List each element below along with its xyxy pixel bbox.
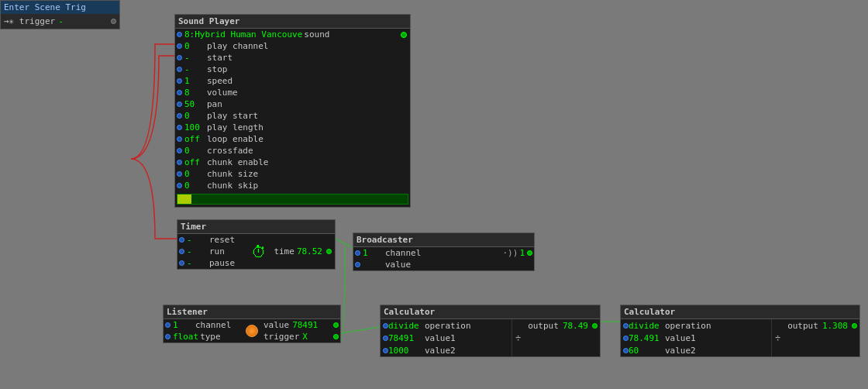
calc2-output-row: output 1.308 <box>786 321 857 331</box>
calc2-divide-icon: ÷ <box>775 332 780 343</box>
calc1-lbl-val1: value1 <box>423 333 457 343</box>
timer-lbl-run: run <box>208 246 226 256</box>
calc2-val2-port[interactable] <box>623 348 629 353</box>
sp-val-sound: 8:Hybrid Human Vancouve <box>182 29 302 40</box>
calc1-body: divide operation 78491 value1 1000 value… <box>381 319 600 356</box>
broadcaster-row-value: value <box>353 259 534 270</box>
timer-val-reset: - <box>184 235 208 245</box>
broadcaster-lbl-channel: channel <box>384 248 422 258</box>
calc1-lbl-val2: value2 <box>423 346 457 356</box>
progress-fill <box>177 194 191 204</box>
sp-in-loopenable-port[interactable] <box>177 136 182 142</box>
timer-pause-port[interactable] <box>179 260 184 266</box>
listener-trigger-out-port[interactable] <box>333 334 339 339</box>
sp-val-chunksize: 0 <box>182 169 205 179</box>
enter-scene-title: Enter Scene Trig <box>1 1 119 14</box>
sp-lbl-playstart: play start <box>205 111 260 121</box>
sp-in-start-port[interactable] <box>177 55 182 60</box>
listener-lbl-value-out: value <box>262 320 291 330</box>
timer-time-row: time 78.52 <box>274 246 332 256</box>
timer-row-pause: - pause <box>177 257 247 269</box>
sp-val-speed: 1 <box>182 76 205 86</box>
calc1-divide-icon: ÷ <box>515 332 521 343</box>
sp-lbl-speed: speed <box>205 76 234 86</box>
broadcaster-lbl-value: value <box>384 260 412 270</box>
sp-lbl-playchannel: play channel <box>205 41 270 51</box>
sp-row-loopenable: off loop enable <box>175 133 410 145</box>
broadcaster-out-value: 1 <box>519 248 525 258</box>
calc2-val-op: divide <box>629 321 663 331</box>
calc1-op-port[interactable] <box>383 323 388 329</box>
listener-channel-port[interactable] <box>165 322 170 328</box>
sp-in-crossfade-port[interactable] <box>177 148 182 153</box>
sp-in-speed-port[interactable] <box>177 78 182 84</box>
listener-row-type: float type <box>164 331 243 343</box>
calc2-body: divide operation 78.491 value1 60 value2… <box>621 319 859 356</box>
listener-type-port[interactable] <box>165 334 170 339</box>
timer-lbl-reset: reset <box>208 235 236 245</box>
calc2-val-val1: 78.491 <box>629 333 663 343</box>
sp-val-playstart: 0 <box>182 111 205 121</box>
timer-val-run: - <box>184 246 208 256</box>
sp-lbl-volume: volume <box>205 88 239 98</box>
calc1-lbl-op: operation <box>423 321 473 331</box>
calc2-op-port[interactable] <box>623 323 629 329</box>
calc1-output-value: 78.49 <box>563 321 588 331</box>
listener-icon-area <box>243 319 260 343</box>
sp-in-volume-port[interactable] <box>177 90 182 95</box>
calc2-title: Calculator <box>621 305 859 319</box>
timer-output: time 78.52 <box>270 234 335 269</box>
timer-run-port[interactable] <box>179 249 184 254</box>
sp-in-sound-port[interactable] <box>177 32 182 37</box>
broadcaster-val-channel: 1 <box>360 248 384 258</box>
enter-scene-trigger-out-port[interactable] <box>111 19 116 24</box>
broadcaster-out-port[interactable] <box>527 250 532 256</box>
sp-in-playstart-port[interactable] <box>177 113 182 119</box>
calc1-val2-port[interactable] <box>383 348 388 353</box>
calc2-lbl-op: operation <box>663 321 713 331</box>
sp-in-playlength-port[interactable] <box>177 125 182 130</box>
sp-out-sound-port[interactable] <box>401 32 407 38</box>
sp-in-playchannel-port[interactable] <box>177 43 182 49</box>
listener-lbl-type: type <box>198 332 222 342</box>
calc2-row-op: divide operation <box>621 319 771 332</box>
sp-row-playchannel: 0 play channel <box>175 40 410 52</box>
broadcaster-value-port[interactable] <box>355 262 360 267</box>
timer-row-reset: - reset <box>177 234 247 246</box>
sp-in-pan-port[interactable] <box>177 102 182 107</box>
timer-row-run: - run <box>177 246 247 257</box>
timer-time-out-port[interactable] <box>326 249 332 254</box>
listener-row-value-out: value 78491 <box>260 319 340 331</box>
enter-scene-node: Enter Scene Trig →✳ trigger - <box>0 0 120 29</box>
broadcaster-title: Broadcaster <box>353 233 534 247</box>
sp-val-volume: 8 <box>182 88 205 98</box>
sp-in-chunksize-port[interactable] <box>177 171 182 177</box>
listener-outputs: value 78491 trigger X <box>260 319 340 343</box>
listener-value-out-port[interactable] <box>333 322 339 328</box>
calc1-output-port[interactable] <box>592 323 598 329</box>
sp-lbl-chunkskip: chunk skip <box>205 181 260 191</box>
calc1-op-symbol-area: ÷ <box>512 319 524 356</box>
sp-lbl-loopenable: loop enable <box>205 134 265 144</box>
calc2-output-port[interactable] <box>852 323 857 329</box>
calc2-lbl-val1: value1 <box>663 333 698 343</box>
sp-row-pan: 50 pan <box>175 98 410 110</box>
sp-lbl-sound: sound <box>302 29 331 40</box>
broadcaster-channel-port[interactable] <box>355 250 360 256</box>
timer-title: Timer <box>177 220 335 234</box>
calc1-val-op: divide <box>388 321 423 331</box>
calc1-val1-port[interactable] <box>383 336 388 341</box>
timer-lbl-pause: pause <box>208 258 236 268</box>
calc1-row-op: divide operation <box>381 319 512 332</box>
sp-row-playstart: 0 play start <box>175 110 410 122</box>
timer-inputs: - reset - run - pause <box>177 234 247 269</box>
sp-in-chunkskip-port[interactable] <box>177 183 182 188</box>
sp-in-stop-port[interactable] <box>177 67 182 72</box>
calc1-row-val1: 78491 value1 <box>381 332 512 344</box>
sp-val-start: - <box>182 53 205 63</box>
timer-body: - reset - run - pause ⏱ time 78.52 <box>177 234 335 269</box>
sp-in-chunkenable-port[interactable] <box>177 160 182 165</box>
calc2-val1-port[interactable] <box>623 336 629 341</box>
listener-body: 1 channel float type value 78491 trigger… <box>164 319 340 343</box>
timer-reset-port[interactable] <box>179 237 184 243</box>
